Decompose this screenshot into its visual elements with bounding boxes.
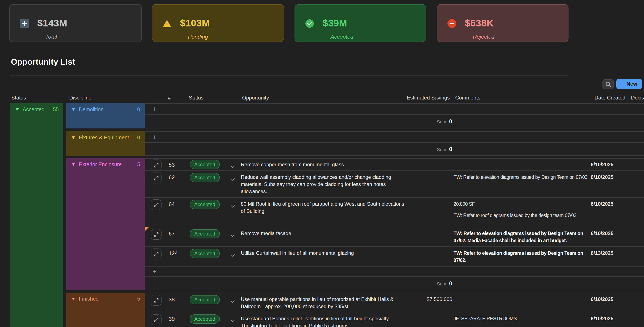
table-row: 62 Accepted Reduce wall assembly claddin…	[145, 171, 644, 198]
row-number: 39	[169, 316, 186, 322]
date-cell[interactable]: 6/13/2025	[591, 250, 631, 256]
status-cell[interactable]: Accepted	[190, 249, 220, 258]
discipline-group-fixtures[interactable]: Fixtures & Equipment0	[66, 131, 145, 156]
status-cell[interactable]: Accepted	[190, 229, 220, 238]
opportunity-cell[interactable]: Remove media facade	[241, 230, 406, 237]
status-group-label: Accepted	[23, 107, 44, 113]
table-header: Status Discipline # Status Opportunity E…	[0, 93, 644, 103]
sum-value: 0	[449, 280, 452, 286]
discipline-group-finishes[interactable]: Finishes5	[66, 292, 145, 327]
comment-cell[interactable]: TW: Refer to elevation diagrams issued b…	[454, 250, 595, 264]
savings-cell[interactable]: $7,500,000	[380, 296, 452, 302]
col-status-group: Status	[11, 95, 26, 101]
card-total-label: Total	[45, 34, 57, 40]
app-root: $143M Total $103M Pending $39M Accepted …	[0, 0, 644, 327]
date-cell[interactable]: 6/10/2025	[591, 162, 631, 167]
date-cell[interactable]: 6/10/2025	[591, 174, 631, 180]
add-row-button[interactable]: +	[153, 134, 157, 140]
opportunity-cell[interactable]: Remove copper mesh from monumental glass	[241, 161, 406, 168]
sum-value: 0	[449, 118, 452, 125]
col-status: Status	[189, 95, 204, 101]
collapse-triangle-icon	[72, 108, 75, 111]
comment-cell[interactable]: TW: Refer to elevation diagrams issued b…	[454, 230, 595, 244]
sum-label: Sum	[437, 147, 446, 152]
check-seal-icon	[305, 19, 314, 28]
expand-row-button[interactable]	[150, 173, 162, 183]
col-date-created: Date Created	[594, 95, 625, 101]
comment-cell[interactable]: 20,800 SFTW: Refer to roof diagrams issu…	[454, 201, 595, 219]
status-badge: Accepted	[190, 200, 220, 209]
card-rejected-label: Rejected	[473, 34, 494, 40]
expand-row-button[interactable]	[150, 314, 162, 325]
status-cell[interactable]: Accepted	[190, 160, 220, 169]
new-button[interactable]: + New	[616, 79, 642, 89]
status-group-count: 55	[53, 107, 59, 113]
group-count: 5	[137, 296, 140, 302]
status-badge: Accepted	[190, 314, 220, 324]
chevron-down-icon[interactable]	[230, 163, 235, 166]
status-badge: Accepted	[190, 229, 220, 238]
group-label: Finishes	[79, 296, 98, 302]
status-group-accepted[interactable]: Accepted 55	[10, 103, 63, 327]
date-cell[interactable]: 6/10/2025	[591, 201, 631, 207]
date-cell[interactable]: 6/10/2025	[591, 230, 631, 236]
status-badge: Accepted	[190, 173, 220, 182]
sum-label: Sum	[437, 119, 446, 124]
date-cell[interactable]: 6/10/2025	[591, 296, 631, 302]
expand-row-button[interactable]	[150, 295, 162, 305]
status-cell[interactable]: Accepted	[190, 314, 220, 324]
discipline-group-exterior-enclosure[interactable]: Exterior Enclosure5	[66, 158, 145, 290]
opportunity-cell[interactable]: 80 Mil Roof in lieu of green roof parape…	[241, 201, 406, 215]
card-total-value: $143M	[37, 18, 67, 29]
add-row-button[interactable]: +	[153, 106, 157, 112]
table-row: 124 Accepted Utilize Curtainwall in lieu…	[145, 247, 644, 266]
sum-row: Sum0	[145, 143, 644, 156]
expand-row-button[interactable]	[150, 199, 162, 210]
col-savings: Estimated Savings	[394, 95, 450, 101]
status-badge: Accepted	[190, 160, 220, 169]
warning-triangle-icon	[162, 19, 172, 28]
col-opportunity: Opportunity	[242, 95, 269, 101]
group-count: 5	[137, 162, 140, 167]
opportunity-cell[interactable]: Use standard Bobrick Toilet Partitions i…	[241, 315, 406, 327]
search-button[interactable]	[602, 79, 614, 89]
card-pending: $103M Pending	[152, 4, 284, 42]
expand-row-button[interactable]	[150, 248, 162, 259]
row-number: 38	[169, 296, 186, 303]
status-cell[interactable]: Accepted	[190, 295, 220, 304]
date-cell[interactable]: 6/10/2025	[591, 316, 631, 321]
discipline-group-demolition[interactable]: Demolition0	[66, 103, 145, 128]
col-discipline: Discipline	[69, 95, 92, 101]
row-number: 67	[169, 230, 186, 237]
expand-row-button[interactable]	[150, 229, 162, 240]
group-label: Demolition	[79, 107, 104, 113]
chevron-down-icon[interactable]	[230, 175, 235, 179]
title-divider	[10, 76, 568, 76]
opportunity-cell[interactable]: Utilize Curtainwall in lieu of all monum…	[241, 250, 406, 257]
add-row: +	[145, 103, 644, 115]
row-number: 64	[169, 201, 186, 207]
chevron-down-icon[interactable]	[230, 251, 235, 255]
status-cell[interactable]: Accepted	[190, 173, 220, 182]
card-rejected: $638K Rejected	[437, 4, 568, 42]
corner-flag-icon	[145, 227, 149, 231]
opportunity-cell[interactable]: Reduce wall assembly cladding allowances…	[241, 174, 406, 195]
comment-cell[interactable]: TW: Refer to elevation diagrams issued b…	[454, 174, 595, 181]
row-number: 124	[169, 250, 186, 256]
collapse-triangle-icon	[72, 136, 75, 139]
table-row: 67 Accepted Remove media facade TW: Refe…	[145, 227, 644, 247]
add-row-button[interactable]: +	[153, 268, 157, 275]
expand-row-button[interactable]	[150, 160, 162, 170]
sum-value: 0	[449, 146, 452, 152]
table-row: 53 Accepted Remove copper mesh from monu…	[145, 158, 644, 171]
chevron-down-icon[interactable]	[230, 202, 235, 206]
card-accepted-label: Accepted	[330, 34, 353, 40]
comment-cell[interactable]: JF: SEPARATE RESTROOMS.FINISH 1 - BALLRO…	[454, 315, 595, 327]
status-cell[interactable]: Accepted	[190, 200, 220, 209]
chevron-down-icon[interactable]	[230, 232, 235, 235]
table-row: 39 Accepted Use standard Bobrick Toilet …	[145, 309, 644, 327]
card-accepted-value: $39M	[323, 18, 347, 29]
chevron-down-icon[interactable]	[230, 298, 235, 301]
col-comments: Comments	[455, 95, 480, 101]
chevron-down-icon[interactable]	[230, 317, 235, 320]
